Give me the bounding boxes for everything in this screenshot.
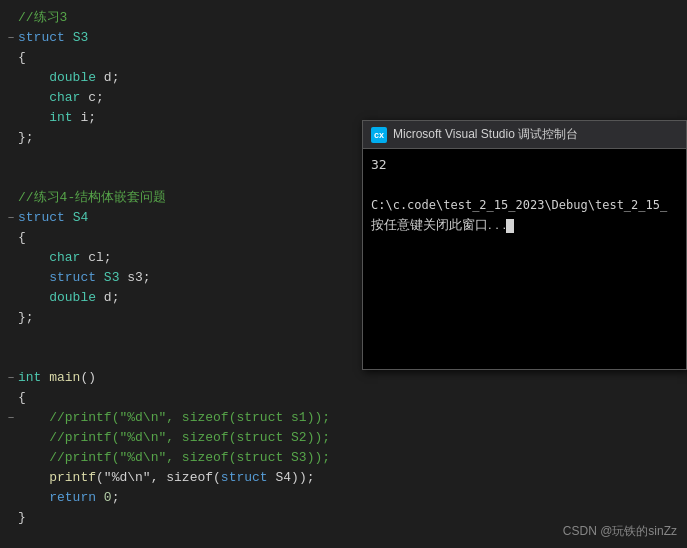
- console-title: Microsoft Visual Studio 调试控制台: [393, 126, 578, 143]
- code-token: main: [49, 368, 80, 388]
- collapse-indicator[interactable]: −: [4, 28, 18, 48]
- vs-icon: cx: [371, 127, 387, 143]
- code-token: struct: [18, 208, 65, 228]
- code-token: [96, 268, 104, 288]
- code-token: double: [49, 288, 96, 308]
- code-token: int: [18, 368, 41, 388]
- code-token: {: [18, 48, 26, 68]
- code-token: };: [18, 128, 34, 148]
- code-token: ("%d\n", sizeof(: [96, 468, 221, 488]
- code-token: s3;: [119, 268, 150, 288]
- code-line: double d;: [0, 288, 370, 308]
- console-output-path: C:\c.code\test_2_15_2023\Debug\test_2_15…: [371, 195, 678, 215]
- code-token: };: [18, 308, 34, 328]
- code-token: 0: [104, 488, 112, 508]
- code-line: double d;: [0, 68, 370, 88]
- code-line: return 0;: [0, 488, 370, 508]
- code-token: S3: [104, 268, 120, 288]
- code-line: char c;: [0, 88, 370, 108]
- code-line: //练习3: [0, 8, 370, 28]
- code-token: struct: [49, 268, 96, 288]
- console-output-number: 32: [371, 155, 678, 175]
- code-token: [96, 488, 104, 508]
- code-token: struct: [221, 468, 268, 488]
- code-token: S4: [73, 208, 89, 228]
- watermark: CSDN @玩铁的sinZz: [563, 523, 677, 540]
- code-line: {: [0, 388, 370, 408]
- code-line: −struct S3: [0, 28, 370, 48]
- code-editor: //练习3−struct S3{ double d; char c; int i…: [0, 0, 370, 548]
- code-line: [0, 348, 370, 368]
- code-line: printf("%d\n", sizeof(struct S4));: [0, 468, 370, 488]
- code-token: i;: [73, 108, 96, 128]
- code-line: [0, 328, 370, 348]
- code-token: S3: [73, 28, 89, 48]
- code-token: (): [80, 368, 96, 388]
- code-token: int: [49, 108, 72, 128]
- console-body: 32 C:\c.code\test_2_15_2023\Debug\test_2…: [363, 149, 686, 369]
- code-token: c;: [80, 88, 103, 108]
- code-token: char: [49, 88, 80, 108]
- code-line: {: [0, 228, 370, 248]
- code-line: };: [0, 128, 370, 148]
- code-token: struct: [18, 28, 65, 48]
- code-token: char: [49, 248, 80, 268]
- code-line: [0, 168, 370, 188]
- code-token: //练习3: [18, 8, 67, 28]
- code-line: char cl;: [0, 248, 370, 268]
- code-line: //练习4-结构体嵌套问题: [0, 188, 370, 208]
- code-token: //printf("%d\n", sizeof(struct S2));: [49, 428, 330, 448]
- code-line: //printf("%d\n", sizeof(struct S2));: [0, 428, 370, 448]
- code-line: int i;: [0, 108, 370, 128]
- code-token: S4));: [268, 468, 315, 488]
- code-line: {: [0, 48, 370, 68]
- code-token: {: [18, 228, 26, 248]
- code-token: //练习4-结构体嵌套问题: [18, 188, 166, 208]
- code-line: −int main(): [0, 368, 370, 388]
- console-blank: [371, 175, 678, 195]
- code-line: }: [0, 508, 370, 528]
- code-token: return: [49, 488, 96, 508]
- console-output-prompt: 按任意键关闭此窗口. . .: [371, 215, 678, 235]
- code-line: −struct S4: [0, 208, 370, 228]
- code-line: };: [0, 308, 370, 328]
- code-token: ;: [112, 488, 120, 508]
- code-token: }: [18, 508, 26, 528]
- code-token: [41, 368, 49, 388]
- console-window: cx Microsoft Visual Studio 调试控制台 32 C:\c…: [362, 120, 687, 370]
- code-line: − //printf("%d\n", sizeof(struct s1));: [0, 408, 370, 428]
- code-token: double: [49, 68, 96, 88]
- code-token: cl;: [80, 248, 111, 268]
- code-token: //printf("%d\n", sizeof(struct s1));: [49, 408, 330, 428]
- console-titlebar: cx Microsoft Visual Studio 调试控制台: [363, 121, 686, 149]
- code-token: [65, 208, 73, 228]
- collapse-indicator[interactable]: −: [4, 408, 18, 428]
- collapse-indicator[interactable]: −: [4, 368, 18, 388]
- code-token: //printf("%d\n", sizeof(struct S3));: [49, 448, 330, 468]
- code-line: struct S3 s3;: [0, 268, 370, 288]
- code-token: {: [18, 388, 26, 408]
- code-line: //printf("%d\n", sizeof(struct S3));: [0, 448, 370, 468]
- collapse-indicator[interactable]: −: [4, 208, 18, 228]
- code-line: [0, 148, 370, 168]
- code-token: d;: [96, 68, 119, 88]
- code-token: printf: [49, 468, 96, 488]
- code-token: [65, 28, 73, 48]
- code-token: d;: [96, 288, 119, 308]
